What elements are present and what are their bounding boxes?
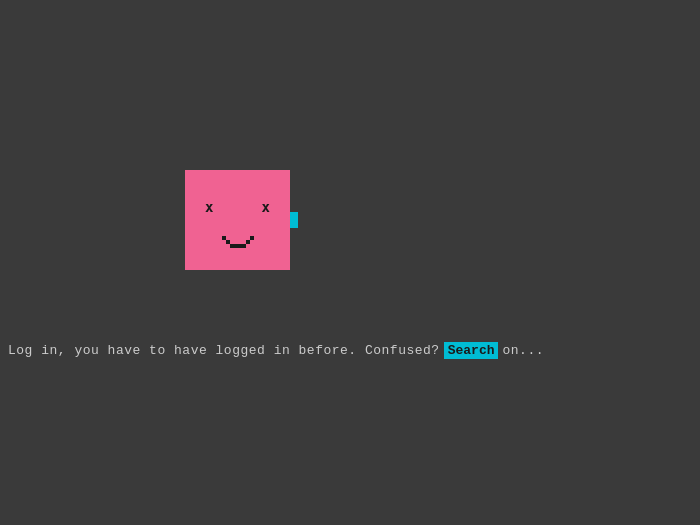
error-page: x x bbox=[0, 0, 700, 525]
eye-right: x bbox=[262, 198, 270, 216]
message-suffix: on... bbox=[502, 343, 544, 358]
mouth bbox=[222, 236, 254, 248]
search-link[interactable]: Search bbox=[444, 342, 499, 359]
message-prefix: Log in, you have to have logged in befor… bbox=[8, 343, 440, 358]
mouth-pixels bbox=[222, 236, 254, 248]
message-area: Log in, you have to have logged in befor… bbox=[0, 340, 700, 358]
eye-right-icon: x bbox=[262, 199, 270, 215]
face: x x bbox=[185, 170, 290, 270]
eye-left: x bbox=[205, 198, 213, 216]
sad-face-square: x x bbox=[185, 170, 290, 270]
eye-left-icon: x bbox=[205, 199, 213, 215]
side-accent-block bbox=[290, 212, 298, 228]
illustration-container: x x bbox=[185, 170, 290, 274]
